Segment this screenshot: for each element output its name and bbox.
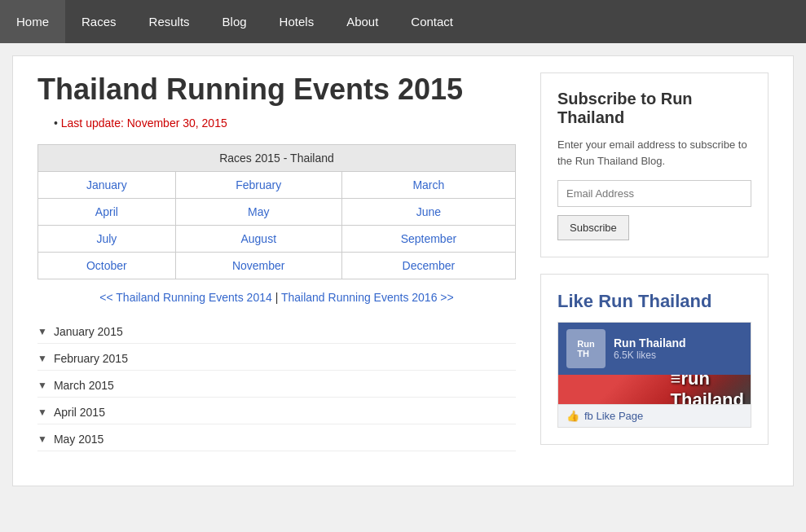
year-navigation: << Thailand Running Events 2014 | Thaila… [37, 291, 516, 304]
month-toggle-jan[interactable]: ▼ January 2015 [37, 320, 516, 344]
fb-page-name: Run Thailand [614, 336, 686, 350]
month-link-oct[interactable]: October [86, 259, 127, 272]
like-box-title: Like Run Thailand [557, 291, 751, 312]
main-nav: Home Races Results Blog Hotels About Con… [0, 0, 806, 43]
chevron-icon-mar: ▼ [37, 380, 47, 391]
last-update-list: Last update: November 30, 2015 [37, 117, 516, 130]
month-label-jan: January 2015 [54, 325, 123, 338]
fb-cover-pattern: ≡runThailand [635, 375, 751, 404]
fb-logo: RunTH [566, 329, 606, 368]
month-toggle-may[interactable]: ▼ May 2015 [37, 428, 516, 451]
fb-page-info: Run Thailand 6.5K likes [614, 336, 686, 361]
fb-cover-logo-text: ≡runThailand [671, 375, 744, 404]
month-toggle-apr[interactable]: ▼ April 2015 [37, 401, 516, 424]
nav-separator: | [275, 291, 281, 304]
month-link-dec[interactable]: December [403, 259, 456, 272]
month-link-feb[interactable]: February [236, 178, 281, 191]
month-toggle-feb[interactable]: ▼ February 2015 [37, 347, 516, 371]
nav-contact[interactable]: Contact [394, 0, 469, 43]
email-input[interactable] [557, 180, 751, 207]
month-section-apr: ▼ April 2015 [37, 401, 516, 424]
table-row: April May June [38, 199, 516, 226]
fb-page-likes: 6.5K likes [614, 350, 686, 361]
page-wrapper: Thailand Running Events 2015 Last update… [12, 55, 794, 486]
content-area: Thailand Running Events 2015 Last update… [37, 73, 769, 461]
fb-like-page-label: fb Like Page [584, 410, 643, 422]
nav-races[interactable]: Races [65, 0, 133, 43]
nav-hotels[interactable]: Hotels [263, 0, 331, 43]
table-row: October November December [38, 253, 516, 279]
month-section-jan: ▼ January 2015 [37, 320, 516, 344]
subscribe-button[interactable]: Subscribe [557, 215, 629, 240]
table-header-cell: Races 2015 - Thailand [38, 145, 516, 172]
month-link-may[interactable]: May [248, 205, 269, 218]
month-link-apr[interactable]: April [95, 205, 118, 218]
last-update-text: Last update: November 30, 2015 [54, 117, 516, 130]
nav-about[interactable]: About [330, 0, 394, 43]
subscribe-title: Subscribe to Run Thailand [557, 90, 751, 127]
month-link-mar[interactable]: March [412, 178, 444, 191]
month-section-mar: ▼ March 2015 [37, 374, 516, 398]
chevron-icon-feb: ▼ [37, 353, 47, 364]
main-content: Thailand Running Events 2015 Last update… [37, 73, 516, 461]
month-link-nov[interactable]: November [232, 259, 285, 272]
month-label-apr: April 2015 [54, 406, 105, 419]
facebook-like-box[interactable]: RunTH Run Thailand 6.5K likes ≡runThaila… [557, 322, 751, 428]
races-table: Races 2015 - Thailand January February M… [37, 144, 516, 279]
prev-year-link[interactable]: << Thailand Running Events 2014 [99, 291, 271, 304]
fb-logo-text: RunTH [577, 339, 594, 358]
sidebar: Subscribe to Run Thailand Enter your ema… [540, 73, 769, 461]
month-link-aug[interactable]: August [240, 232, 276, 245]
next-year-link[interactable]: Thailand Running Events 2016 >> [281, 291, 454, 304]
table-row: January February March [38, 172, 516, 199]
page-title: Thailand Running Events 2015 [37, 73, 516, 107]
month-link-jun[interactable]: June [416, 205, 441, 218]
month-link-jan[interactable]: January [86, 178, 127, 191]
fb-header: RunTH Run Thailand 6.5K likes [558, 323, 751, 375]
month-section-may: ▼ May 2015 [37, 428, 516, 451]
month-label-may: May 2015 [54, 433, 104, 446]
month-link-sep[interactable]: September [401, 232, 456, 245]
table-row: July August September [38, 226, 516, 253]
fb-inner: RunTH Run Thailand 6.5K likes ≡runThaila… [558, 323, 751, 427]
chevron-icon-apr: ▼ [37, 407, 47, 418]
nav-results[interactable]: Results [133, 0, 206, 43]
month-label-feb: February 2015 [54, 352, 128, 365]
nav-blog[interactable]: Blog [206, 0, 263, 43]
fb-like-button-row[interactable]: 👍 fb Like Page [558, 404, 751, 427]
fb-cover-image: ≡runThailand [558, 375, 751, 404]
month-toggle-mar[interactable]: ▼ March 2015 [37, 374, 516, 398]
nav-home[interactable]: Home [0, 0, 65, 43]
month-label-mar: March 2015 [54, 379, 114, 392]
subscribe-box: Subscribe to Run Thailand Enter your ema… [540, 73, 769, 257]
thumbs-up-icon: 👍 [566, 410, 579, 422]
subscribe-description: Enter your email address to subscribe to… [557, 137, 751, 169]
month-link-jul[interactable]: July [96, 232, 117, 245]
month-section-feb: ▼ February 2015 [37, 347, 516, 371]
chevron-icon-jan: ▼ [37, 326, 47, 337]
chevron-icon-may: ▼ [37, 433, 47, 445]
like-box: Like Run Thailand RunTH Run Thailand 6.5… [540, 274, 769, 445]
